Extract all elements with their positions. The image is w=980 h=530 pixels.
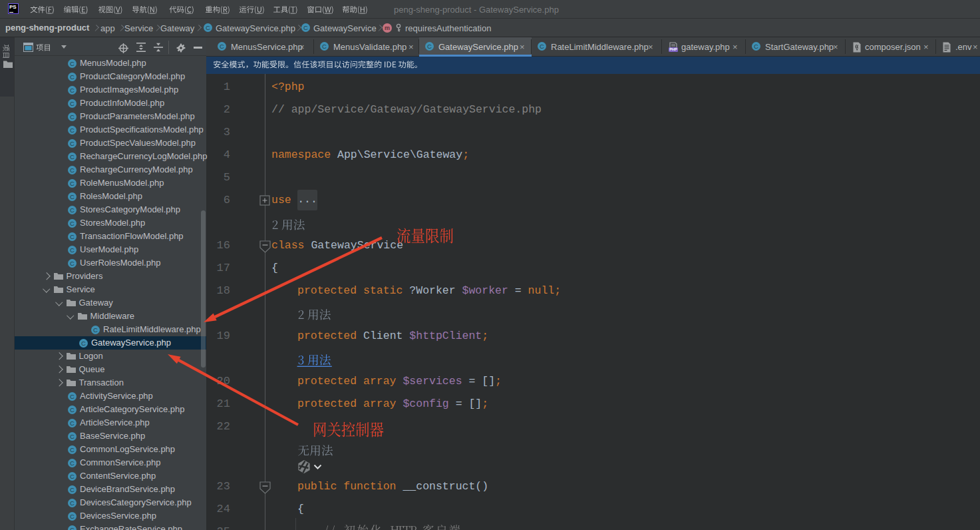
- svg-text:PHP: PHP: [669, 47, 677, 51]
